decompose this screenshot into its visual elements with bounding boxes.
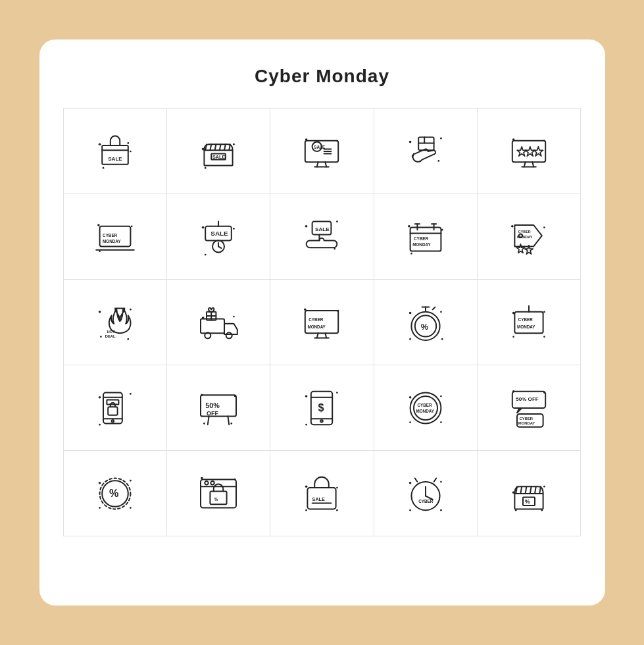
icon-hot-deal: HOT DEAL	[64, 280, 167, 365]
icon-sale-bag: SALE	[270, 451, 374, 536]
icon-mobile-shop-bag	[64, 365, 167, 451]
svg-point-49	[131, 225, 133, 227]
svg-line-200	[526, 486, 527, 494]
svg-point-193	[409, 482, 412, 484]
svg-text:MONDAY: MONDAY	[517, 234, 533, 238]
svg-marker-40	[526, 146, 535, 155]
svg-line-188	[415, 478, 418, 481]
svg-line-201	[530, 486, 532, 494]
icon-grid: SALE SALE	[63, 108, 582, 536]
svg-point-59	[205, 253, 207, 255]
svg-point-105	[337, 309, 339, 311]
svg-line-8	[210, 144, 211, 150]
svg-point-32	[409, 140, 412, 143]
svg-point-115	[441, 338, 443, 340]
svg-point-163	[512, 390, 515, 393]
icon-browser-shopping: %	[167, 451, 270, 536]
svg-point-184	[337, 486, 339, 488]
svg-point-171	[130, 507, 132, 509]
svg-point-154	[409, 396, 412, 399]
icon-cyber-monday-tag-stars: CYBER MONDAY	[478, 194, 581, 280]
icon-50-off-speech: 50% OFF CYBER MONDAY	[478, 365, 581, 451]
svg-point-104	[304, 308, 307, 311]
svg-text:SALE: SALE	[108, 155, 122, 161]
svg-point-120	[512, 311, 515, 314]
svg-point-127	[111, 420, 114, 423]
svg-text:CYBER: CYBER	[417, 403, 432, 407]
svg-point-75	[441, 228, 443, 230]
svg-point-89	[100, 336, 102, 338]
svg-marker-39	[517, 146, 526, 155]
svg-point-112	[409, 311, 412, 314]
svg-point-97	[233, 315, 235, 317]
svg-point-139	[234, 395, 236, 397]
svg-line-100	[326, 333, 327, 338]
svg-point-17	[205, 167, 207, 168]
svg-text:SALE: SALE	[314, 145, 326, 149]
svg-point-175	[211, 481, 214, 484]
svg-text:SALE: SALE	[211, 230, 228, 237]
icon-delivery-hand	[374, 109, 478, 194]
svg-point-206	[512, 491, 515, 494]
svg-point-121	[543, 311, 545, 313]
svg-rect-117	[515, 311, 543, 332]
svg-text:CYBER: CYBER	[518, 229, 531, 233]
svg-point-122	[513, 336, 515, 338]
svg-point-28	[337, 140, 339, 142]
svg-point-195	[409, 509, 411, 511]
page-title: Cyber Monday	[63, 66, 582, 87]
svg-point-92	[226, 332, 232, 338]
svg-point-64	[337, 220, 339, 222]
svg-point-164	[543, 392, 545, 394]
svg-text:50% OFF: 50% OFF	[516, 396, 539, 402]
icon-timer-percent: %	[374, 280, 478, 365]
svg-point-151	[414, 396, 437, 420]
icon-cyber-monday-calendar: CYBER MONDAY	[374, 194, 478, 280]
svg-point-113	[440, 311, 442, 313]
svg-text:$: $	[318, 401, 324, 413]
svg-point-83	[543, 226, 545, 228]
svg-line-10	[220, 144, 221, 150]
svg-point-50	[99, 250, 101, 252]
svg-point-179	[234, 478, 236, 480]
svg-point-185	[306, 509, 308, 511]
svg-point-88	[127, 338, 129, 340]
svg-text:SALE: SALE	[212, 153, 225, 159]
svg-text:MONDAY: MONDAY	[308, 324, 326, 329]
icon-store-percent: %	[478, 451, 581, 536]
svg-line-203	[539, 486, 541, 494]
svg-marker-80	[516, 244, 525, 253]
svg-line-199	[521, 486, 522, 494]
icon-sale-monitor: SALE	[270, 109, 374, 194]
icon-percent-badge: %	[64, 451, 167, 536]
svg-point-58	[233, 228, 235, 230]
svg-point-157	[440, 421, 442, 423]
icon-sale-sign-clock: SALE	[167, 194, 270, 280]
svg-text:HOT: HOT	[107, 330, 115, 334]
svg-rect-90	[201, 319, 224, 333]
svg-point-2	[98, 143, 101, 145]
svg-point-169	[130, 479, 132, 481]
svg-point-183	[305, 485, 308, 488]
icon-sale-box: SALE	[64, 109, 167, 194]
svg-point-33	[440, 137, 442, 139]
svg-point-4	[102, 167, 104, 168]
icon-50-off-sign: 50% OFF	[167, 365, 270, 451]
svg-text:MONDAY: MONDAY	[416, 409, 434, 413]
svg-line-11	[224, 144, 226, 150]
svg-point-149	[306, 423, 308, 425]
svg-text:50%: 50%	[205, 401, 220, 409]
svg-line-37	[533, 162, 534, 167]
svg-point-131	[130, 393, 132, 395]
svg-point-43	[543, 140, 545, 142]
svg-text:%: %	[214, 496, 218, 501]
icon-sale-store: SALE	[167, 109, 270, 194]
svg-text:CYBER: CYBER	[414, 236, 428, 241]
svg-point-208	[515, 509, 517, 511]
svg-line-99	[317, 333, 318, 338]
svg-text:CYBER: CYBER	[103, 233, 117, 238]
icon-mobile-dollar: $	[270, 365, 374, 451]
svg-point-63	[305, 225, 308, 228]
svg-line-56	[218, 246, 222, 248]
svg-point-42	[512, 138, 515, 141]
